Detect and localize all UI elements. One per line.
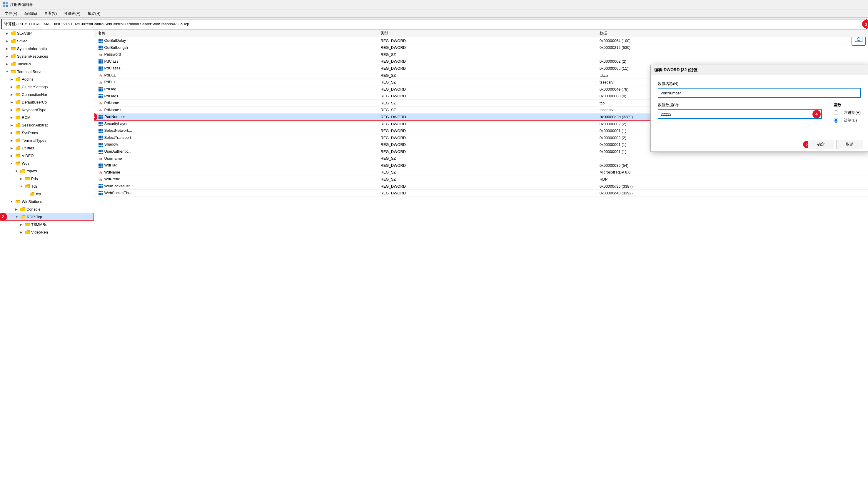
sidebar-item-rdptcp[interactable]: ▼ RDP-Tcp [0, 213, 94, 220]
sidebar-item-stsec[interactable]: ▶ StSec [0, 37, 94, 45]
folder-icon [15, 146, 21, 150]
sidebar-item-tds[interactable]: ▼ Tds [0, 182, 94, 190]
sidebar-item-utilities[interactable]: ▶ Utilities [0, 144, 94, 152]
table-row[interactable]: abPassword REG_SZ [94, 51, 868, 58]
app-icon [2, 2, 8, 8]
sidebar-label: tcp [36, 192, 41, 196]
content-area: 名称 类型 数据 OutBufDelay REG_DWORD 0x0000006… [94, 29, 868, 485]
dword-icon [98, 87, 103, 92]
table-row[interactable]: OutBufDelay REG_DWORD 0x00000064 (100) [94, 37, 868, 44]
expand-arrow: ▶ [5, 31, 9, 36]
dword-icon [98, 128, 103, 133]
sidebar-item-tsmmre[interactable]: ▶ TSMMRe [0, 220, 94, 228]
sidebar-item-storvsp[interactable]: ▶ StorVSP [0, 29, 94, 37]
sz-icon: ab [98, 177, 103, 182]
expand-arrow [24, 191, 28, 196]
sidebar-label: StorVSP [17, 31, 32, 36]
btn-cancel[interactable]: 取消 [837, 140, 863, 149]
sidebar-item-addins[interactable]: ▶ Addins [0, 75, 94, 83]
table-row[interactable]: abUsername REG_SZ [94, 155, 868, 162]
radio-hex[interactable] [834, 110, 838, 115]
folder-icon [29, 191, 35, 196]
table-row[interactable]: WdFlag REG_DWORD 0x00000036 (54) [94, 162, 868, 169]
sidebar-item-sysinfo[interactable]: ▶ SystemInformatio [0, 45, 94, 52]
folder-icon [15, 108, 21, 112]
sidebar-item-winstations[interactable]: ▼ WinStations [0, 198, 94, 205]
sidebar-item-sysres[interactable]: ▶ SystemResources [0, 52, 94, 60]
menu-view[interactable]: 查看(V) [40, 10, 60, 17]
expand-arrow: ▶ [9, 108, 14, 112]
sidebar-label: TerminalTypes [22, 138, 46, 143]
folder-icon [15, 153, 21, 158]
sidebar-item-pds[interactable]: ▶ Pds [0, 175, 94, 182]
sidebar-item-defaultuserco[interactable]: ▶ DefaultUserCo [0, 98, 94, 106]
table-row[interactable]: abWdPrefix REG_SZ RDP [94, 176, 868, 183]
sidebar-item-terminaltypes[interactable]: ▶ TerminalTypes [0, 137, 94, 144]
table-row[interactable]: WebSocketTls... REG_DWORD 0x00000d40 (33… [94, 190, 868, 197]
menu-edit[interactable]: 编辑(E) [21, 10, 40, 17]
app-title: 注册表编辑器 [10, 2, 33, 7]
sidebar-item-video[interactable]: ▶ VIDEO [0, 152, 94, 159]
folder-open-icon [15, 161, 21, 165]
badge-3: 3 [94, 113, 97, 120]
expand-arrow: ▼ [9, 161, 14, 165]
sidebar-item-rcm[interactable]: ▶ RCM [0, 114, 94, 121]
folder-icon [25, 222, 30, 227]
menu-file[interactable]: 文件(F) [1, 10, 21, 17]
sidebar-label: Addins [22, 77, 33, 82]
table-row[interactable]: PdClass REG_DWORD 0x00000002 (2) [94, 58, 868, 65]
sidebar-label: RCM [22, 115, 31, 120]
dword-icon [98, 163, 103, 168]
sidebar-item-wds[interactable]: ▼ Wds [0, 159, 94, 167]
sidebar-item-sysprocs[interactable]: ▶ SysProcs [0, 129, 94, 137]
menu-bar: 文件(F) 编辑(E) 查看(V) 收藏夹(A) 帮助(H) [0, 9, 868, 18]
main-layout: ▶ StorVSP ▶ StSec ▶ SystemInformatio [0, 29, 868, 485]
sidebar-item-clustersettings[interactable]: ▶ ClusterSettings [0, 83, 94, 91]
table-row[interactable]: WebSocketList... REG_DWORD 0x00000d3b (3… [94, 183, 868, 190]
sidebar-item-videoren[interactable]: ▶ VideoRen [0, 228, 94, 236]
sidebar-item-console[interactable]: ▶ Console [0, 205, 94, 213]
folder-open-icon [20, 169, 25, 173]
radio-dec[interactable] [834, 118, 838, 123]
sidebar-item-sessionarbitrat[interactable]: ▶ SessionArbitrat [0, 121, 94, 129]
dword-icon [98, 191, 103, 195]
table-row[interactable]: abWdName REG_SZ Microsoft RDP 8.0 [94, 169, 868, 176]
table-row[interactable]: OutBufLength REG_DWORD 0x00000212 (530) [94, 44, 868, 51]
folder-icon [15, 100, 21, 104]
sidebar-label: Console [27, 207, 40, 211]
folder-icon [15, 130, 21, 135]
folder-icon [10, 31, 16, 36]
sidebar-item-connectionhar[interactable]: ▶ ConnectionHar [0, 91, 94, 98]
sidebar-label: ClusterSettings [22, 85, 48, 89]
sidebar-item-rdpwd[interactable]: ▼ rdpwd [0, 167, 94, 175]
sidebar-label: SessionArbitrat [22, 123, 48, 127]
expand-arrow: ▶ [9, 100, 14, 104]
sidebar: ▶ StorVSP ▶ StSec ▶ SystemInformatio [0, 29, 94, 485]
svg-rect-4 [855, 36, 862, 42]
menu-favorites[interactable]: 收藏夹(A) [60, 10, 84, 17]
title-bar: 注册表编辑器 [0, 0, 868, 9]
input-value-data[interactable] [658, 110, 822, 119]
sidebar-item-tabletpc[interactable]: ▶ TabletPC [0, 60, 94, 68]
base-label: 基数 [834, 102, 861, 108]
label-hex: 十六进制(H) [840, 110, 861, 115]
expand-arrow: ▼ [14, 214, 19, 219]
edit-dword-dialog[interactable]: 编辑 DWORD (32 位)值 数值名称(N): 数值数据(V): 4 [650, 65, 868, 152]
folder-icon [20, 207, 25, 211]
sidebar-item-keyboardtype[interactable]: ▶ KeyboardType [0, 106, 94, 114]
sidebar-label: rdpwd [27, 169, 37, 173]
menu-help[interactable]: 帮助(H) [84, 10, 104, 17]
sidebar-item-tcp-child[interactable]: tcp [0, 190, 94, 198]
sz-icon: ab [98, 73, 103, 78]
folder-icon [15, 115, 21, 120]
expand-arrow: ▼ [14, 169, 19, 173]
svg-rect-0 [3, 2, 5, 4]
svg-point-5 [857, 38, 860, 40]
input-value-name[interactable] [658, 88, 861, 98]
expand-arrow: ▶ [19, 176, 24, 181]
sidebar-item-terminalserver[interactable]: ▼ Terminal Server [0, 68, 94, 75]
dword-icon [98, 184, 103, 188]
btn-ok[interactable]: 确定 [808, 140, 834, 149]
sz-icon: ab [98, 101, 103, 105]
sidebar-label: WinStations [22, 200, 42, 204]
